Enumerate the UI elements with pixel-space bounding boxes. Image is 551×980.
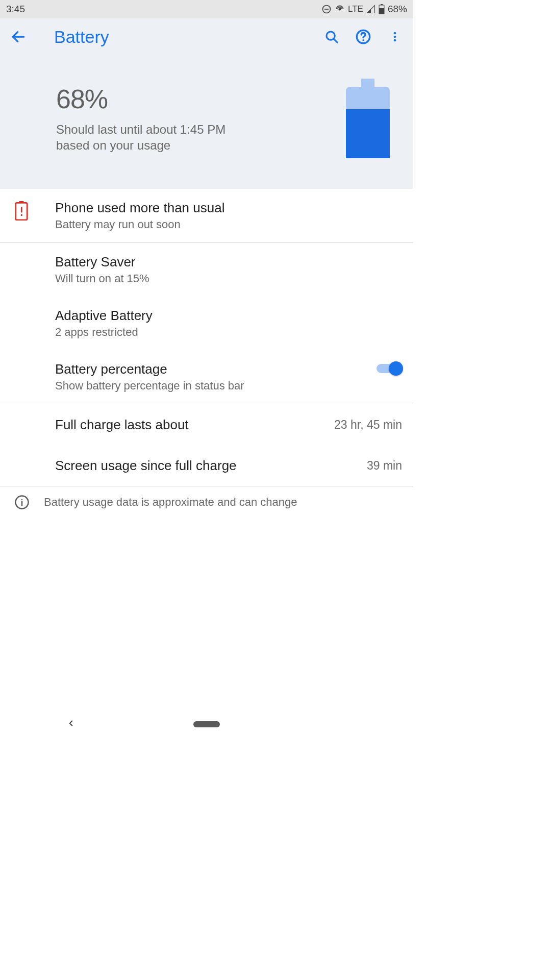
status-network: LTE [348, 4, 363, 14]
battery-percentage-toggle[interactable] [377, 361, 402, 376]
help-icon [355, 29, 371, 45]
svg-point-10 [362, 39, 364, 41]
back-button[interactable] [7, 26, 30, 48]
battery-saver-row[interactable]: Battery Saver Will turn on at 15% [0, 243, 413, 297]
battery-estimate: Should last until about 1:45 PM based on… [56, 121, 250, 153]
svg-point-12 [394, 36, 396, 38]
svg-rect-17 [346, 154, 390, 158]
status-bar: 3:45 LTE 68% [0, 0, 413, 18]
row-subtitle: 2 apps restricted [55, 326, 402, 339]
do-not-disturb-icon [321, 4, 332, 14]
search-button[interactable] [320, 26, 343, 48]
row-title: Battery percentage [55, 361, 371, 377]
row-title: Battery Saver [55, 254, 402, 270]
more-vert-icon [389, 29, 401, 44]
battery-percent: 68% [56, 84, 337, 114]
footer-note: Battery usage data is approximate and ca… [0, 486, 413, 515]
nav-home-pill[interactable] [193, 721, 220, 727]
svg-rect-16 [346, 109, 390, 158]
help-button[interactable] [352, 26, 374, 48]
svg-rect-5 [379, 8, 384, 14]
more-button[interactable] [384, 26, 406, 48]
svg-point-13 [394, 39, 396, 42]
svg-point-23 [21, 499, 23, 501]
status-time: 3:45 [6, 4, 25, 15]
search-icon [324, 29, 339, 44]
hotspot-icon [335, 4, 345, 14]
row-subtitle: Show battery percentage in status bar [55, 379, 371, 393]
footer-text: Battery usage data is approximate and ca… [44, 496, 297, 509]
battery-percentage-row[interactable]: Battery percentage Show battery percenta… [0, 350, 413, 404]
alert-title: Phone used more than usual [55, 200, 402, 216]
chevron-left-icon [66, 717, 76, 729]
signal-icon [366, 5, 375, 14]
svg-line-8 [334, 39, 337, 42]
alert-subtitle: Battery may run out soon [55, 218, 402, 231]
battery-status-icon [379, 4, 385, 14]
alert-row[interactable]: Phone used more than usual Battery may r… [0, 189, 413, 242]
svg-point-2 [339, 8, 340, 10]
battery-alert-icon [14, 201, 29, 220]
svg-point-11 [394, 32, 396, 35]
arrow-back-icon [10, 29, 27, 45]
app-header: Battery [0, 18, 413, 55]
svg-rect-21 [21, 214, 22, 216]
full-charge-value: 23 hr, 45 min [334, 418, 402, 432]
row-title: Adaptive Battery [55, 308, 402, 324]
battery-hero: 68% Should last until about 1:45 PM base… [0, 55, 413, 189]
nav-back-button[interactable] [66, 717, 76, 731]
status-battery: 68% [388, 4, 407, 15]
row-title: Full charge lasts about [55, 417, 329, 433]
row-title: Screen usage since full charge [55, 458, 362, 474]
battery-graphic [346, 79, 390, 160]
status-right: LTE 68% [321, 4, 407, 15]
full-charge-row[interactable]: Full charge lasts about 23 hr, 45 min [0, 404, 413, 445]
page-title: Battery [54, 27, 311, 47]
screen-usage-row[interactable]: Screen usage since full charge 39 min [0, 445, 413, 486]
row-subtitle: Will turn on at 15% [55, 272, 402, 285]
svg-rect-20 [21, 207, 22, 212]
nav-bar [0, 714, 413, 735]
adaptive-battery-row[interactable]: Adaptive Battery 2 apps restricted [0, 297, 413, 350]
screen-usage-value: 39 min [367, 459, 402, 473]
svg-rect-14 [361, 79, 374, 88]
info-icon [14, 495, 30, 510]
